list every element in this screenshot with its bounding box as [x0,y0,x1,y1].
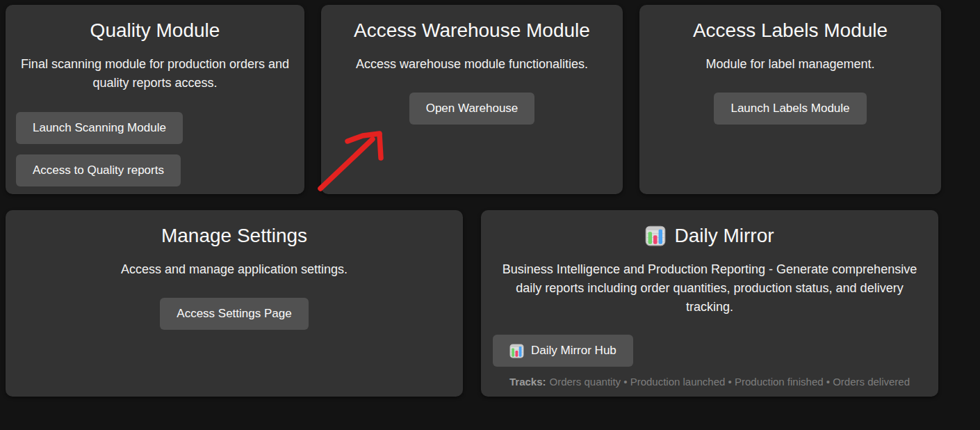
daily-mirror-tracks: Tracks:Orders quantity • Production laun… [495,376,924,388]
daily-mirror-card: Daily Mirror Business Intelligence and P… [481,210,938,397]
quality-module-description: Final scanning module for production ord… [19,55,291,93]
tracks-text: Orders quantity • Production launched • … [550,376,910,388]
bottom-row: Manage Settings Access and manage applic… [6,210,941,397]
warehouse-module-title: Access Warehouse Module [335,19,609,42]
manage-settings-description: Access and manage application settings. [19,260,449,279]
launch-labels-module-button[interactable]: Launch Labels Module [714,93,866,125]
launch-scanning-module-button[interactable]: Launch Scanning Module [16,112,183,144]
labels-module-card: Access Labels Module Module for label ma… [639,5,941,194]
warehouse-module-description: Access warehouse module functionalities. [335,55,609,74]
quality-buttons-group: Launch Scanning Module Access to Quality… [16,112,291,186]
daily-mirror-hub-button-label: Daily Mirror Hub [531,344,616,358]
warehouse-module-card: Access Warehouse Module Access warehouse… [321,5,623,194]
manage-settings-title: Manage Settings [19,224,449,247]
quality-module-title: Quality Module [19,19,291,42]
access-quality-reports-button[interactable]: Access to Quality reports [16,154,181,186]
tracks-label: Tracks: [509,376,546,388]
labels-module-title: Access Labels Module [653,19,927,42]
daily-mirror-hub-button[interactable]: Daily Mirror Hub [493,335,633,367]
labels-module-description: Module for label management. [653,55,927,74]
daily-mirror-title-text: Daily Mirror [674,224,774,247]
access-settings-page-button[interactable]: Access Settings Page [160,298,308,330]
quality-module-card: Quality Module Final scanning module for… [6,5,304,194]
open-warehouse-button[interactable]: Open Warehouse [409,93,535,125]
top-row: Quality Module Final scanning module for… [6,5,941,194]
dashboard: Quality Module Final scanning module for… [6,5,941,397]
bar-chart-icon [645,225,666,246]
daily-mirror-description: Business Intelligence and Production Rep… [498,260,921,317]
manage-settings-card: Manage Settings Access and manage applic… [6,210,463,397]
bar-chart-icon [509,344,524,358]
daily-mirror-title: Daily Mirror [495,224,924,247]
